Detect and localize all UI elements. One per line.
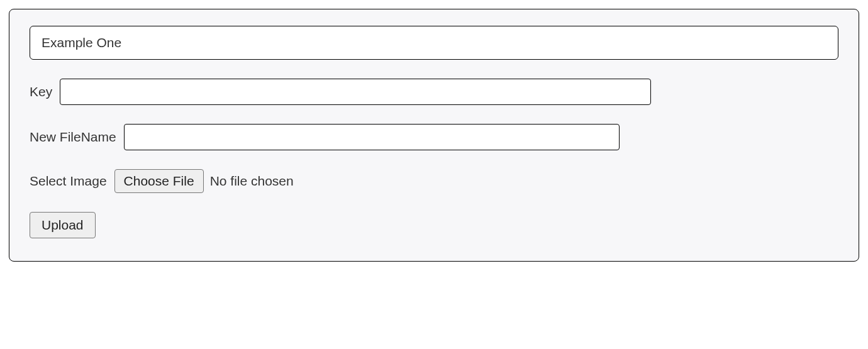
filename-label: New FileName <box>30 130 116 145</box>
select-image-row: Select Image Choose File No file chosen <box>30 169 838 193</box>
choose-file-button[interactable]: Choose File <box>114 169 204 193</box>
key-input[interactable] <box>60 79 651 105</box>
key-row: Key <box>30 79 838 105</box>
upload-button[interactable]: Upload <box>30 212 96 238</box>
filename-input[interactable] <box>124 124 620 150</box>
panel-legend: Example One <box>30 26 838 60</box>
file-chosen-status: No file chosen <box>210 174 294 189</box>
upload-form: Key New FileName Select Image Choose Fil… <box>30 60 838 238</box>
example-panel: Example One Key New FileName Select Imag… <box>9 9 859 262</box>
upload-row: Upload <box>30 212 838 238</box>
file-input: Choose File No file chosen <box>114 169 294 193</box>
key-label: Key <box>30 84 52 99</box>
filename-row: New FileName <box>30 124 838 150</box>
select-image-label: Select Image <box>30 174 107 189</box>
